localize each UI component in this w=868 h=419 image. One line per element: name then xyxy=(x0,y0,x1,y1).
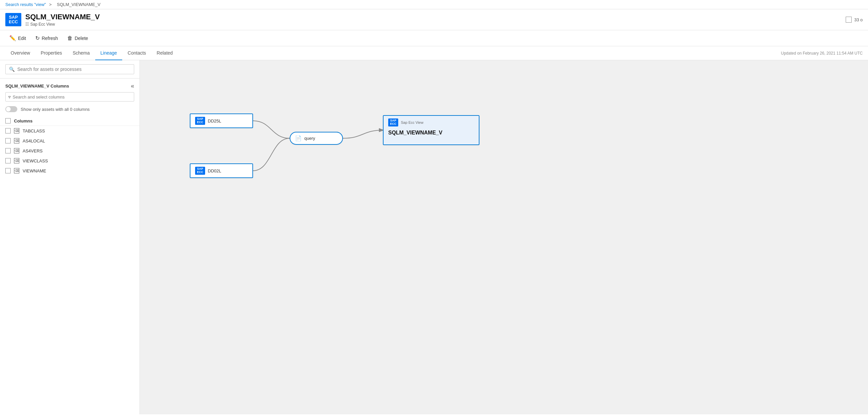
sap-logo-text: SAPECC xyxy=(9,15,18,25)
refresh-button[interactable]: ↻ Refresh xyxy=(31,33,62,43)
page-title: SQLM_VIEWNAME_V xyxy=(25,13,846,21)
tab-properties[interactable]: Properties xyxy=(35,46,67,60)
header-subtitle: ☷ Sap Ecc View xyxy=(25,22,846,27)
node-dd25l-label: DD25L xyxy=(208,119,221,124)
lineage-node-dd25l[interactable]: SAPECC DD25L xyxy=(190,114,253,128)
select-all-checkbox[interactable] xyxy=(5,118,11,124)
search-icon: 🔍 xyxy=(9,67,14,72)
refresh-icon: ↻ xyxy=(35,35,40,41)
breadcrumb-separator: > xyxy=(49,2,52,7)
column-item[interactable]: ⌫ VIEWCLASS xyxy=(0,156,140,166)
node-dest-title: SQLM_VIEWNAME_V xyxy=(388,130,442,136)
toggle-label: Show only assets with all 0 columns xyxy=(21,107,90,112)
subtitle-text: Sap Ecc View xyxy=(30,22,55,27)
column-panel-title-rest: Columns xyxy=(49,84,69,89)
column-icon: ⌫ xyxy=(14,168,19,173)
node-dd02l-label: DD02L xyxy=(208,168,221,173)
column-panel-header: SQLM_VIEWNAME_V Columns « xyxy=(0,78,140,92)
show-only-toggle[interactable] xyxy=(5,106,17,112)
column-panel-title-bold: SQLM_VIEWNAME_V xyxy=(5,84,49,89)
column-panel: SQLM_VIEWNAME_V Columns « ▿ Show only as… xyxy=(0,78,140,414)
delete-button[interactable]: 🗑 Delete xyxy=(63,33,92,43)
refresh-label: Refresh xyxy=(42,36,58,41)
column-checkbox[interactable] xyxy=(5,158,11,163)
columns-container: ⌫ TABCLASS ⌫ AS4LOCAL ⌫ AS4VERS ⌫ VIEWCL… xyxy=(0,126,140,176)
main-content: 🔍 SQLM_VIEWNAME_V Columns « ▿ Show onl xyxy=(0,60,868,414)
toggle-row: Show only assets with all 0 columns xyxy=(0,104,140,116)
column-item[interactable]: ⌫ TABCLASS xyxy=(0,126,140,136)
breadcrumb: Search results "view" > SQLM_VIEWNAME_V xyxy=(0,0,868,9)
delete-label: Delete xyxy=(74,36,88,41)
header-right: 33 o xyxy=(846,17,863,23)
column-search-bar[interactable]: ▿ xyxy=(5,92,134,101)
tabs-bar: Overview Properties Schema Lineage Conta… xyxy=(0,46,868,60)
column-icon: ⌫ xyxy=(14,148,19,154)
subtitle-icon: ☷ xyxy=(25,22,29,27)
column-checkbox[interactable] xyxy=(5,148,11,154)
column-item[interactable]: ⌫ AS4LOCAL xyxy=(0,136,140,146)
lineage-node-destination[interactable]: SAPECC Sap Ecc View SQLM_VIEWNAME_V xyxy=(383,115,479,145)
node-query-label: query xyxy=(304,136,315,141)
asset-search-bar[interactable]: 🔍 xyxy=(5,64,134,74)
column-icon: ⌫ xyxy=(14,138,19,143)
column-name: TABCLASS xyxy=(23,128,45,133)
column-search-input[interactable] xyxy=(13,95,131,99)
header-info: SQLM_VIEWNAME_V ☷ Sap Ecc View xyxy=(25,13,846,27)
column-checkbox[interactable] xyxy=(5,128,11,133)
edit-icon: ✏️ xyxy=(9,35,16,41)
columns-list: Columns ⌫ TABCLASS ⌫ AS4LOCAL ⌫ AS4VERS … xyxy=(0,116,140,414)
lineage-node-query[interactable]: 📄 query xyxy=(290,132,343,145)
column-icon: ⌫ xyxy=(14,128,19,133)
column-checkbox[interactable] xyxy=(5,168,11,173)
tab-updated: Updated on February 26, 2021 11:54 AM UT… xyxy=(781,47,863,60)
sap-logo: SAPECC xyxy=(5,13,21,26)
column-search-wrapper: ▿ xyxy=(0,92,140,104)
tab-overview[interactable]: Overview xyxy=(5,46,35,60)
tab-lineage[interactable]: Lineage xyxy=(95,46,123,60)
node-sap-logo-dd25l: SAPECC xyxy=(195,117,205,125)
header-checkbox[interactable] xyxy=(846,17,852,23)
lineage-node-dd02l[interactable]: SAPECC DD02L xyxy=(190,163,253,178)
column-name: AS4VERS xyxy=(23,149,42,154)
breadcrumb-link[interactable]: Search results "view" xyxy=(5,2,46,7)
columns-list-header: Columns xyxy=(0,116,140,126)
toolbar: ✏️ Edit ↻ Refresh 🗑 Delete xyxy=(0,30,868,46)
tab-related[interactable]: Related xyxy=(152,46,178,60)
columns-header-label: Columns xyxy=(14,119,33,124)
lineage-canvas-wrapper[interactable]: SAPECC DD25L SAPECC DD02L 📄 query SAPECC… xyxy=(140,60,868,414)
filter-icon: ▿ xyxy=(8,94,11,99)
edit-button[interactable]: ✏️ Edit xyxy=(5,33,30,43)
column-name: VIEWCLASS xyxy=(23,158,48,163)
column-item[interactable]: ⌫ AS4VERS xyxy=(0,146,140,156)
collapse-panel-button[interactable]: « xyxy=(131,83,134,90)
tab-schema[interactable]: Schema xyxy=(67,46,95,60)
process-doc-icon: 📄 xyxy=(295,135,302,141)
node-sap-logo-dd02l: SAPECC xyxy=(195,167,205,175)
left-panel: 🔍 SQLM_VIEWNAME_V Columns « ▿ Show onl xyxy=(0,60,140,414)
column-name: AS4LOCAL xyxy=(23,138,45,143)
node-sap-logo-dest: SAPECC xyxy=(388,119,398,126)
column-panel-title: SQLM_VIEWNAME_V Columns xyxy=(5,84,69,89)
breadcrumb-current: SQLM_VIEWNAME_V xyxy=(57,2,100,7)
header-counter: 33 o xyxy=(854,17,863,22)
asset-search-input[interactable] xyxy=(17,67,130,72)
asset-search-wrapper: 🔍 xyxy=(0,60,140,78)
edit-label: Edit xyxy=(18,36,26,41)
column-checkbox[interactable] xyxy=(5,138,11,143)
column-name: VIEWNAME xyxy=(23,168,46,173)
delete-icon: 🗑 xyxy=(67,35,72,41)
column-icon: ⌫ xyxy=(14,158,19,163)
node-dest-subtitle: Sap Ecc View xyxy=(401,121,424,125)
header: SAPECC SQLM_VIEWNAME_V ☷ Sap Ecc View 33… xyxy=(0,9,868,30)
column-item[interactable]: ⌫ VIEWNAME xyxy=(0,166,140,176)
tab-contacts[interactable]: Contacts xyxy=(122,46,151,60)
